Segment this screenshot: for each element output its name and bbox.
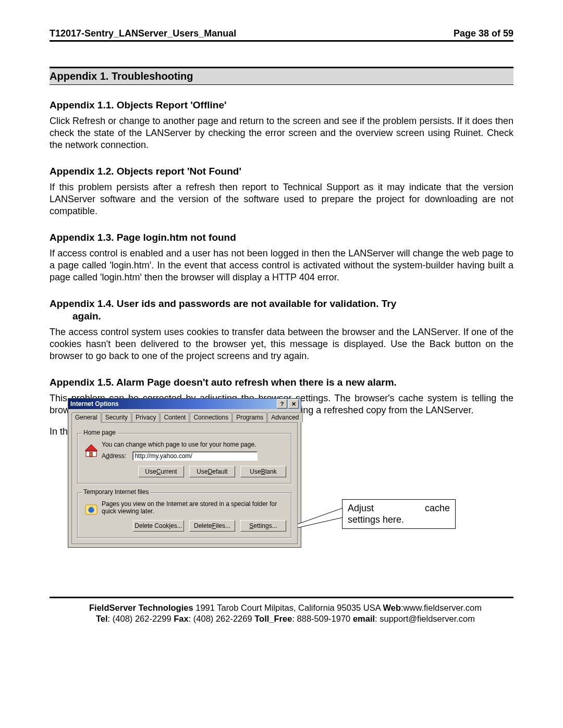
footer-rule — [50, 597, 513, 598]
section-1-1-head: Appendix 1.1. Objects Report 'Offline' — [50, 100, 513, 111]
delete-cookies-button[interactable]: Delete Cookies... — [133, 520, 184, 532]
tab-connections[interactable]: Connections — [190, 412, 232, 422]
callout-word-adjust: Adjust — [348, 503, 374, 514]
use-default-button[interactable]: Use Default — [189, 466, 235, 477]
tempfiles-hint: Pages you view on the Internet are store… — [102, 500, 286, 515]
svg-marker-1 — [85, 445, 97, 451]
delete-files-button[interactable]: Delete Files... — [189, 520, 235, 532]
page-footer: FieldServer Technologies 1991 Tarob Cour… — [57, 602, 513, 624]
dialog-titlebar: Internet Options ? ✕ — [68, 399, 301, 409]
homepage-group-label: Home page — [82, 429, 117, 436]
tab-programs[interactable]: Programs — [232, 412, 267, 422]
home-icon — [83, 441, 102, 460]
doc-title: T12017-Sentry_LANServer_Users_Manual — [50, 28, 236, 39]
footer-company: FieldServer Technologies — [89, 603, 193, 612]
tab-advanced[interactable]: Advanced — [267, 412, 302, 422]
address-input[interactable] — [132, 451, 258, 461]
svg-rect-2 — [90, 452, 92, 456]
page-number: Page 38 of 59 — [454, 28, 513, 39]
section-1-4-head-line2: again. — [50, 311, 513, 322]
appendix-heading: Appendix 1. Troubleshooting — [50, 67, 513, 85]
internet-options-dialog: Internet Options ? ✕ General Security Pr… — [68, 398, 300, 548]
section-1-5-head: Appendix 1.5. Alarm Page doesn't auto re… — [50, 377, 513, 388]
ie-icon — [83, 500, 102, 519]
tab-content[interactable]: Content — [160, 412, 189, 422]
section-1-3-body: If access control is enabled and a user … — [50, 248, 513, 283]
address-label: Address: — [102, 452, 126, 460]
tempfiles-group-label: Temporary Internet files — [82, 488, 150, 496]
callout-line2: settings here. — [348, 514, 450, 526]
callout-word-cache: cache — [425, 503, 450, 514]
section-1-3-head: Appendix 1.3. Page login.htm not found — [50, 232, 513, 243]
tab-panel-general: Home page You can change which page to u… — [71, 422, 298, 544]
use-blank-button[interactable]: Use Blank — [240, 466, 286, 477]
dialog-tabs: General Security Privacy Content Connect… — [71, 412, 298, 422]
page-root: T12017-Sentry_LANServer_Users_Manual Pag… — [0, 0, 563, 728]
callout-box: Adjust cache settings here. — [342, 499, 456, 529]
tab-general[interactable]: General — [71, 412, 101, 423]
homepage-group: Home page You can change which page to u… — [77, 433, 292, 484]
tab-security[interactable]: Security — [102, 412, 131, 422]
dialog-title: Internet Options — [70, 400, 276, 408]
use-current-button[interactable]: Use Current — [138, 466, 184, 477]
section-1-2-head: Appendix 1.2. Objects report 'Not Found' — [50, 166, 513, 177]
settings-button[interactable]: Settings... — [240, 520, 286, 532]
section-1-4-head-line1: Appendix 1.4. User ids and passwords are… — [50, 298, 513, 310]
help-button[interactable]: ? — [277, 399, 287, 409]
section-1-2-body: If this problem persists after a refresh… — [50, 181, 513, 217]
tempfiles-group: Temporary Internet files Pages you view … — [77, 492, 292, 538]
section-1-1-body: Click Refresh or change to another page … — [50, 115, 513, 151]
section-1-4-body: The access control system uses cookies t… — [50, 326, 513, 362]
page-header: T12017-Sentry_LANServer_Users_Manual Pag… — [50, 28, 513, 42]
homepage-hint: You can change which page to use for you… — [102, 441, 286, 448]
tab-privacy[interactable]: Privacy — [132, 412, 160, 422]
close-button[interactable]: ✕ — [288, 399, 299, 409]
